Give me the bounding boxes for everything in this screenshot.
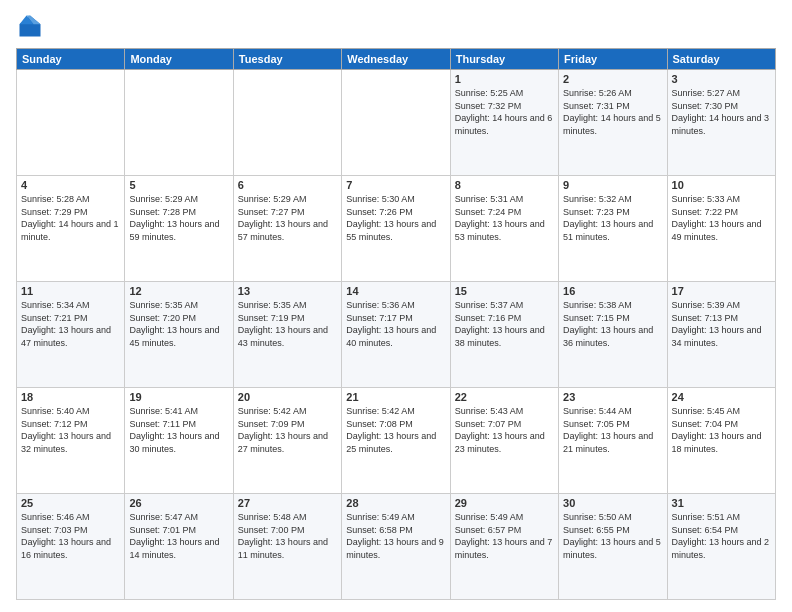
weekday-header-sunday: Sunday xyxy=(17,49,125,70)
day-number: 18 xyxy=(21,391,120,403)
cell-info: Sunrise: 5:40 AM Sunset: 7:12 PM Dayligh… xyxy=(21,405,120,455)
cell-info: Sunrise: 5:38 AM Sunset: 7:15 PM Dayligh… xyxy=(563,299,662,349)
cell-info: Sunrise: 5:42 AM Sunset: 7:09 PM Dayligh… xyxy=(238,405,337,455)
day-number: 28 xyxy=(346,497,445,509)
calendar-cell: 25Sunrise: 5:46 AM Sunset: 7:03 PM Dayli… xyxy=(17,494,125,600)
day-number: 29 xyxy=(455,497,554,509)
day-number: 30 xyxy=(563,497,662,509)
cell-info: Sunrise: 5:48 AM Sunset: 7:00 PM Dayligh… xyxy=(238,511,337,561)
cell-info: Sunrise: 5:28 AM Sunset: 7:29 PM Dayligh… xyxy=(21,193,120,243)
cell-info: Sunrise: 5:33 AM Sunset: 7:22 PM Dayligh… xyxy=(672,193,771,243)
header xyxy=(16,12,776,40)
weekday-header-wednesday: Wednesday xyxy=(342,49,450,70)
day-number: 2 xyxy=(563,73,662,85)
page: SundayMondayTuesdayWednesdayThursdayFrid… xyxy=(0,0,792,612)
day-number: 16 xyxy=(563,285,662,297)
calendar-cell: 13Sunrise: 5:35 AM Sunset: 7:19 PM Dayli… xyxy=(233,282,341,388)
cell-info: Sunrise: 5:42 AM Sunset: 7:08 PM Dayligh… xyxy=(346,405,445,455)
calendar-cell: 26Sunrise: 5:47 AM Sunset: 7:01 PM Dayli… xyxy=(125,494,233,600)
calendar-cell xyxy=(342,70,450,176)
calendar-cell: 10Sunrise: 5:33 AM Sunset: 7:22 PM Dayli… xyxy=(667,176,775,282)
calendar-cell: 24Sunrise: 5:45 AM Sunset: 7:04 PM Dayli… xyxy=(667,388,775,494)
day-number: 22 xyxy=(455,391,554,403)
cell-info: Sunrise: 5:43 AM Sunset: 7:07 PM Dayligh… xyxy=(455,405,554,455)
cell-info: Sunrise: 5:31 AM Sunset: 7:24 PM Dayligh… xyxy=(455,193,554,243)
calendar-cell: 5Sunrise: 5:29 AM Sunset: 7:28 PM Daylig… xyxy=(125,176,233,282)
calendar-cell: 2Sunrise: 5:26 AM Sunset: 7:31 PM Daylig… xyxy=(559,70,667,176)
day-number: 27 xyxy=(238,497,337,509)
calendar-cell: 30Sunrise: 5:50 AM Sunset: 6:55 PM Dayli… xyxy=(559,494,667,600)
day-number: 7 xyxy=(346,179,445,191)
day-number: 3 xyxy=(672,73,771,85)
day-number: 23 xyxy=(563,391,662,403)
calendar-cell: 17Sunrise: 5:39 AM Sunset: 7:13 PM Dayli… xyxy=(667,282,775,388)
day-number: 17 xyxy=(672,285,771,297)
day-number: 4 xyxy=(21,179,120,191)
cell-info: Sunrise: 5:41 AM Sunset: 7:11 PM Dayligh… xyxy=(129,405,228,455)
calendar-table: SundayMondayTuesdayWednesdayThursdayFrid… xyxy=(16,48,776,600)
day-number: 1 xyxy=(455,73,554,85)
day-number: 9 xyxy=(563,179,662,191)
weekday-header-tuesday: Tuesday xyxy=(233,49,341,70)
day-number: 11 xyxy=(21,285,120,297)
week-row-3: 11Sunrise: 5:34 AM Sunset: 7:21 PM Dayli… xyxy=(17,282,776,388)
cell-info: Sunrise: 5:29 AM Sunset: 7:27 PM Dayligh… xyxy=(238,193,337,243)
cell-info: Sunrise: 5:49 AM Sunset: 6:58 PM Dayligh… xyxy=(346,511,445,561)
cell-info: Sunrise: 5:50 AM Sunset: 6:55 PM Dayligh… xyxy=(563,511,662,561)
calendar-cell: 14Sunrise: 5:36 AM Sunset: 7:17 PM Dayli… xyxy=(342,282,450,388)
cell-info: Sunrise: 5:44 AM Sunset: 7:05 PM Dayligh… xyxy=(563,405,662,455)
week-row-2: 4Sunrise: 5:28 AM Sunset: 7:29 PM Daylig… xyxy=(17,176,776,282)
calendar-cell: 1Sunrise: 5:25 AM Sunset: 7:32 PM Daylig… xyxy=(450,70,558,176)
calendar-cell: 8Sunrise: 5:31 AM Sunset: 7:24 PM Daylig… xyxy=(450,176,558,282)
day-number: 26 xyxy=(129,497,228,509)
week-row-1: 1Sunrise: 5:25 AM Sunset: 7:32 PM Daylig… xyxy=(17,70,776,176)
calendar-cell: 6Sunrise: 5:29 AM Sunset: 7:27 PM Daylig… xyxy=(233,176,341,282)
calendar-cell: 22Sunrise: 5:43 AM Sunset: 7:07 PM Dayli… xyxy=(450,388,558,494)
day-number: 20 xyxy=(238,391,337,403)
logo xyxy=(16,12,48,40)
cell-info: Sunrise: 5:37 AM Sunset: 7:16 PM Dayligh… xyxy=(455,299,554,349)
calendar-cell: 11Sunrise: 5:34 AM Sunset: 7:21 PM Dayli… xyxy=(17,282,125,388)
calendar-cell: 23Sunrise: 5:44 AM Sunset: 7:05 PM Dayli… xyxy=(559,388,667,494)
weekday-header-thursday: Thursday xyxy=(450,49,558,70)
calendar-cell: 27Sunrise: 5:48 AM Sunset: 7:00 PM Dayli… xyxy=(233,494,341,600)
cell-info: Sunrise: 5:27 AM Sunset: 7:30 PM Dayligh… xyxy=(672,87,771,137)
weekday-header-friday: Friday xyxy=(559,49,667,70)
calendar-cell: 7Sunrise: 5:30 AM Sunset: 7:26 PM Daylig… xyxy=(342,176,450,282)
calendar-cell xyxy=(17,70,125,176)
calendar-cell: 16Sunrise: 5:38 AM Sunset: 7:15 PM Dayli… xyxy=(559,282,667,388)
day-number: 13 xyxy=(238,285,337,297)
calendar-cell: 21Sunrise: 5:42 AM Sunset: 7:08 PM Dayli… xyxy=(342,388,450,494)
calendar-cell: 12Sunrise: 5:35 AM Sunset: 7:20 PM Dayli… xyxy=(125,282,233,388)
cell-info: Sunrise: 5:49 AM Sunset: 6:57 PM Dayligh… xyxy=(455,511,554,561)
day-number: 5 xyxy=(129,179,228,191)
cell-info: Sunrise: 5:26 AM Sunset: 7:31 PM Dayligh… xyxy=(563,87,662,137)
day-number: 24 xyxy=(672,391,771,403)
cell-info: Sunrise: 5:30 AM Sunset: 7:26 PM Dayligh… xyxy=(346,193,445,243)
calendar-cell: 15Sunrise: 5:37 AM Sunset: 7:16 PM Dayli… xyxy=(450,282,558,388)
day-number: 6 xyxy=(238,179,337,191)
calendar-cell: 19Sunrise: 5:41 AM Sunset: 7:11 PM Dayli… xyxy=(125,388,233,494)
calendar-cell: 28Sunrise: 5:49 AM Sunset: 6:58 PM Dayli… xyxy=(342,494,450,600)
calendar-cell: 4Sunrise: 5:28 AM Sunset: 7:29 PM Daylig… xyxy=(17,176,125,282)
day-number: 10 xyxy=(672,179,771,191)
cell-info: Sunrise: 5:36 AM Sunset: 7:17 PM Dayligh… xyxy=(346,299,445,349)
logo-icon xyxy=(16,12,44,40)
cell-info: Sunrise: 5:35 AM Sunset: 7:19 PM Dayligh… xyxy=(238,299,337,349)
weekday-header-row: SundayMondayTuesdayWednesdayThursdayFrid… xyxy=(17,49,776,70)
weekday-header-saturday: Saturday xyxy=(667,49,775,70)
day-number: 8 xyxy=(455,179,554,191)
cell-info: Sunrise: 5:47 AM Sunset: 7:01 PM Dayligh… xyxy=(129,511,228,561)
day-number: 25 xyxy=(21,497,120,509)
calendar-cell xyxy=(233,70,341,176)
cell-info: Sunrise: 5:39 AM Sunset: 7:13 PM Dayligh… xyxy=(672,299,771,349)
cell-info: Sunrise: 5:25 AM Sunset: 7:32 PM Dayligh… xyxy=(455,87,554,137)
calendar-cell: 20Sunrise: 5:42 AM Sunset: 7:09 PM Dayli… xyxy=(233,388,341,494)
week-row-5: 25Sunrise: 5:46 AM Sunset: 7:03 PM Dayli… xyxy=(17,494,776,600)
cell-info: Sunrise: 5:46 AM Sunset: 7:03 PM Dayligh… xyxy=(21,511,120,561)
cell-info: Sunrise: 5:32 AM Sunset: 7:23 PM Dayligh… xyxy=(563,193,662,243)
day-number: 21 xyxy=(346,391,445,403)
day-number: 15 xyxy=(455,285,554,297)
cell-info: Sunrise: 5:34 AM Sunset: 7:21 PM Dayligh… xyxy=(21,299,120,349)
day-number: 19 xyxy=(129,391,228,403)
